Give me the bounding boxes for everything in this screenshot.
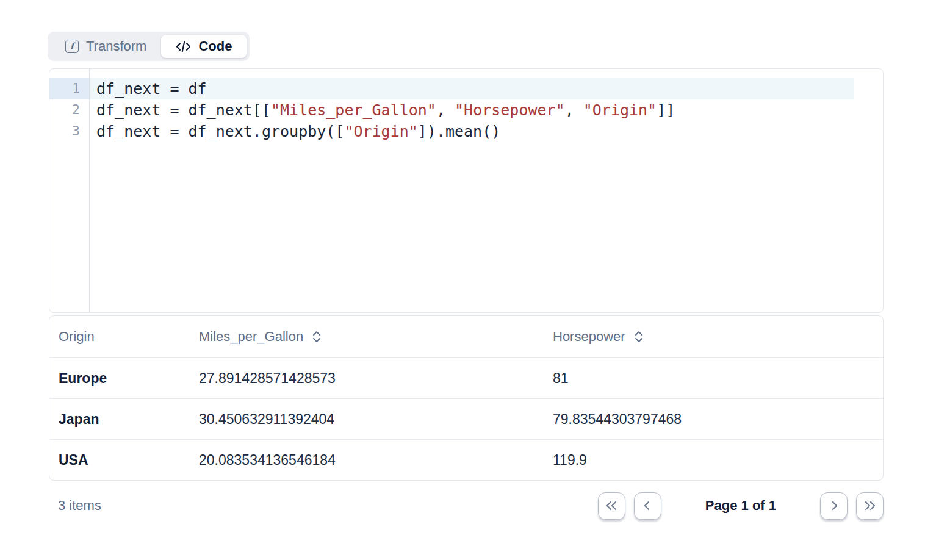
first-page-button[interactable] — [598, 492, 625, 520]
code-text: , — [565, 101, 583, 119]
line-number: 3 — [49, 121, 89, 142]
string-token: "Origin" — [344, 123, 417, 140]
code-text: ]).mean() — [418, 123, 500, 140]
cell-horsepower: 119.9 — [544, 452, 883, 468]
dataframe-widget: f Transform Code 1 2 3 df_next = df df_n… — [0, 0, 925, 560]
table-row: Europe 27.891428571428573 81 — [49, 357, 883, 398]
result-table: Origin Miles_per_Gallon Horsepower — [49, 315, 884, 481]
code-text: , — [436, 101, 455, 119]
column-header-miles-per-gallon[interactable]: Miles_per_Gallon — [190, 329, 544, 345]
chevrons-left-icon — [604, 498, 619, 513]
table-footer: 3 items Page 1 of 1 — [49, 481, 884, 531]
editor-gutter: 1 2 3 — [49, 69, 90, 312]
column-label: Miles_per_Gallon — [199, 329, 303, 345]
code-line-1: df_next = df — [90, 78, 854, 99]
line-number: 1 — [49, 78, 89, 99]
next-page-button[interactable] — [820, 492, 848, 520]
sort-icon[interactable] — [634, 330, 644, 343]
function-icon: f — [65, 40, 79, 53]
cell-horsepower: 81 — [544, 370, 883, 387]
editor-code-area[interactable]: df_next = df df_next = df_next[["Miles_p… — [90, 69, 883, 312]
table-row: USA 20.083534136546184 119.9 — [49, 439, 883, 480]
items-count: 3 items — [49, 498, 101, 514]
cell-miles-per-gallon: 30.450632911392404 — [190, 411, 544, 428]
column-header-horsepower[interactable]: Horsepower — [544, 329, 883, 345]
page-status: Page 1 of 1 — [705, 498, 776, 514]
table-row: Japan 30.450632911392404 79.835443037974… — [49, 398, 883, 439]
last-page-button[interactable] — [856, 492, 884, 520]
chevrons-right-icon — [863, 498, 877, 513]
tab-transform-label: Transform — [86, 38, 146, 54]
cell-origin: USA — [49, 452, 190, 468]
code-icon — [176, 40, 191, 53]
table-header-row: Origin Miles_per_Gallon Horsepower — [49, 316, 883, 357]
cell-miles-per-gallon: 27.891428571428573 — [190, 370, 544, 387]
code-text: ]] — [657, 101, 675, 119]
column-label: Origin — [59, 329, 95, 345]
code-line-2: df_next = df_next[["Miles_per_Gallon", "… — [90, 99, 883, 121]
chevron-right-icon — [827, 498, 841, 513]
view-tabs: f Transform Code — [48, 32, 250, 61]
line-number: 2 — [49, 99, 89, 121]
code-text: df_next = df_next[[ — [96, 101, 271, 119]
tab-code[interactable]: Code — [161, 35, 247, 58]
sort-icon[interactable] — [312, 330, 322, 343]
code-text: df_next = df — [96, 80, 207, 98]
string-token: "Origin" — [583, 101, 657, 119]
string-token: "Horsepower" — [455, 101, 565, 119]
column-header-origin: Origin — [49, 329, 190, 345]
code-line-3: df_next = df_next.groupby(["Origin"]).me… — [90, 121, 883, 142]
code-editor[interactable]: 1 2 3 df_next = df df_next = df_next[["M… — [49, 68, 884, 313]
tab-transform[interactable]: f Transform — [51, 35, 161, 58]
column-label: Horsepower — [553, 329, 625, 345]
string-token: "Miles_per_Gallon" — [271, 101, 436, 119]
cell-miles-per-gallon: 20.083534136546184 — [190, 452, 544, 468]
chevron-left-icon — [640, 498, 655, 513]
previous-page-button[interactable] — [634, 492, 661, 520]
cell-origin: Europe — [49, 370, 190, 387]
cell-origin: Japan — [49, 411, 190, 428]
tab-code-label: Code — [198, 38, 232, 54]
code-text: df_next = df_next.groupby([ — [96, 123, 344, 140]
cell-horsepower: 79.83544303797468 — [544, 411, 883, 428]
pagination: Page 1 of 1 — [598, 492, 884, 520]
